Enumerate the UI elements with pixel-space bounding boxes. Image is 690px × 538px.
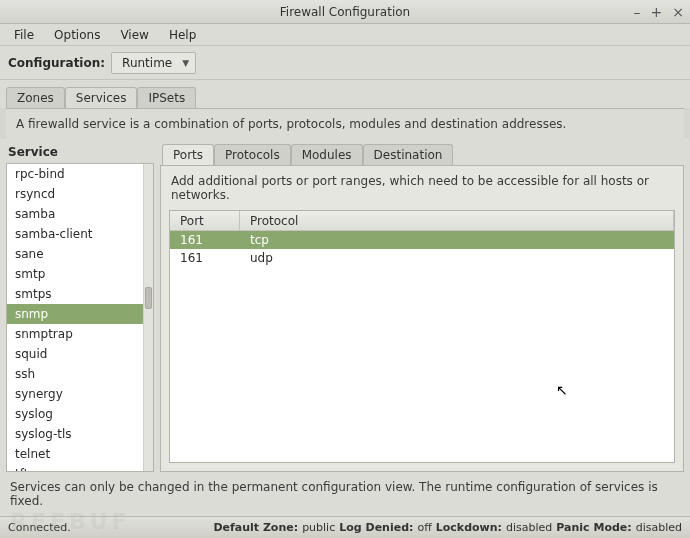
- tab-destination[interactable]: Destination: [363, 144, 454, 165]
- ports-table: Port Protocol 161tcp161udp: [169, 210, 675, 463]
- service-pane: Service rpc-bindrsyncdsambasamba-clients…: [6, 143, 154, 472]
- service-item-squid[interactable]: squid: [7, 344, 143, 364]
- service-item-rsyncd[interactable]: rsyncd: [7, 184, 143, 204]
- lockdown-label: Lockdown:: [436, 521, 502, 534]
- log-denied-value: off: [417, 521, 431, 534]
- chevron-down-icon: ▼: [182, 58, 189, 68]
- menu-bar: File Options View Help: [0, 24, 690, 46]
- runtime-note: Services can only be changed in the perm…: [0, 472, 690, 516]
- main-split: Service rpc-bindrsyncdsambasamba-clients…: [0, 139, 690, 472]
- minimize-icon[interactable]: –: [634, 5, 641, 19]
- detail-tabs: Ports Protocols Modules Destination: [160, 143, 684, 165]
- service-item-samba[interactable]: samba: [7, 204, 143, 224]
- tab-zones[interactable]: Zones: [6, 87, 65, 108]
- scrollbar-thumb[interactable]: [145, 287, 152, 309]
- panic-label: Panic Mode:: [556, 521, 631, 534]
- tab-ipsets[interactable]: IPSets: [137, 87, 196, 108]
- service-item-samba-client[interactable]: samba-client: [7, 224, 143, 244]
- configuration-label: Configuration:: [8, 56, 105, 70]
- service-list[interactable]: rpc-bindrsyncdsambasamba-clientsanesmtps…: [6, 163, 154, 472]
- configuration-row: Configuration: Runtime ▼: [0, 46, 690, 80]
- maximize-icon[interactable]: +: [651, 5, 663, 19]
- configuration-value: Runtime: [122, 56, 172, 70]
- service-item-snmp[interactable]: snmp: [7, 304, 143, 324]
- main-tabs: Zones Services IPSets: [6, 86, 684, 108]
- protocol-cell: tcp: [240, 233, 674, 247]
- service-item-snmptrap[interactable]: snmptrap: [7, 324, 143, 344]
- service-item-rpc-bind[interactable]: rpc-bind: [7, 164, 143, 184]
- status-right: Default Zone: public Log Denied: off Loc…: [213, 521, 682, 534]
- service-item-smtp[interactable]: smtp: [7, 264, 143, 284]
- service-item-telnet[interactable]: telnet: [7, 444, 143, 464]
- ports-panel: Add additional ports or port ranges, whi…: [160, 165, 684, 472]
- ports-row[interactable]: 161udp: [170, 249, 674, 267]
- connection-status: Connected.: [8, 521, 71, 534]
- main-tabs-wrap: Zones Services IPSets: [0, 80, 690, 108]
- menu-options[interactable]: Options: [46, 26, 108, 44]
- window: Firewall Configuration – + × File Option…: [0, 0, 690, 538]
- protocol-cell: udp: [240, 251, 674, 265]
- panic-value: disabled: [636, 521, 682, 534]
- status-bar: Connected. Default Zone: public Log Deni…: [0, 516, 690, 538]
- col-protocol[interactable]: Protocol: [240, 211, 674, 230]
- service-item-synergy[interactable]: synergy: [7, 384, 143, 404]
- menu-help[interactable]: Help: [161, 26, 204, 44]
- tab-services[interactable]: Services: [65, 87, 138, 108]
- port-cell: 161: [170, 233, 240, 247]
- tab-ports[interactable]: Ports: [162, 144, 214, 165]
- log-denied-label: Log Denied:: [339, 521, 413, 534]
- services-description: A firewalld service is a combination of …: [6, 108, 684, 139]
- detail-pane: Ports Protocols Modules Destination Add …: [160, 143, 684, 472]
- default-zone-value: public: [302, 521, 335, 534]
- col-port[interactable]: Port: [170, 211, 240, 230]
- service-item-syslog-tls[interactable]: syslog-tls: [7, 424, 143, 444]
- service-item-syslog[interactable]: syslog: [7, 404, 143, 424]
- service-heading: Service: [6, 143, 154, 163]
- title-bar: Firewall Configuration – + ×: [0, 0, 690, 24]
- service-scrollbar[interactable]: [143, 164, 153, 471]
- ports-table-header: Port Protocol: [170, 211, 674, 231]
- default-zone-label: Default Zone:: [213, 521, 298, 534]
- service-item-tftp[interactable]: tftp: [7, 464, 143, 471]
- service-item-sane[interactable]: sane: [7, 244, 143, 264]
- menu-view[interactable]: View: [112, 26, 156, 44]
- window-controls: – + ×: [634, 0, 684, 24]
- configuration-combo[interactable]: Runtime ▼: [111, 52, 196, 74]
- close-icon[interactable]: ×: [672, 5, 684, 19]
- ports-table-body: 161tcp161udp: [170, 231, 674, 462]
- menu-file[interactable]: File: [6, 26, 42, 44]
- tab-modules[interactable]: Modules: [291, 144, 363, 165]
- service-item-ssh[interactable]: ssh: [7, 364, 143, 384]
- window-title: Firewall Configuration: [280, 5, 410, 19]
- port-cell: 161: [170, 251, 240, 265]
- service-item-smtps[interactable]: smtps: [7, 284, 143, 304]
- ports-description: Add additional ports or port ranges, whi…: [161, 166, 683, 210]
- ports-row[interactable]: 161tcp: [170, 231, 674, 249]
- lockdown-value: disabled: [506, 521, 552, 534]
- tab-protocols[interactable]: Protocols: [214, 144, 291, 165]
